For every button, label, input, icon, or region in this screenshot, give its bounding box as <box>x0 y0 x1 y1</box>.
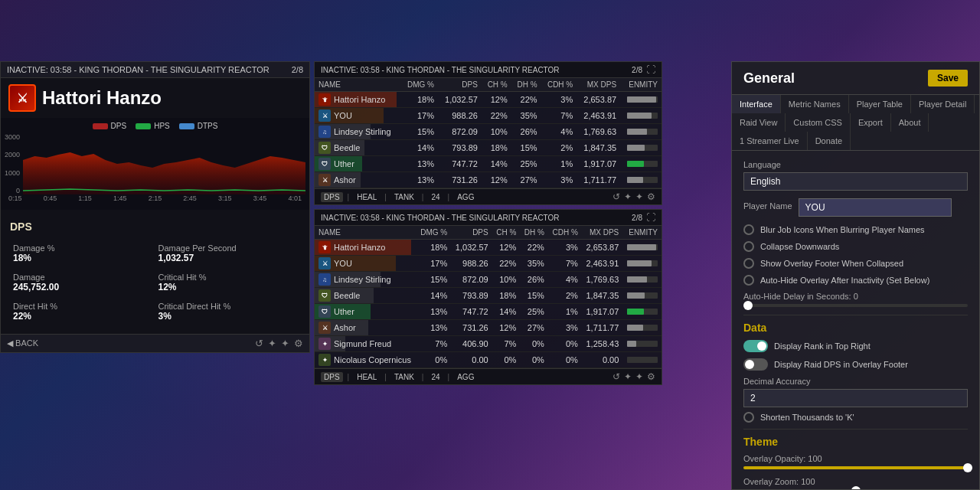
radio-collapse[interactable] <box>743 241 754 252</box>
table-row[interactable]: 🛡 Uther 13% 747.72 14% 25% 1% 1,917.07 <box>315 304 662 320</box>
autohide-slider-knob[interactable] <box>743 301 753 310</box>
row-dmg-pct: 13% <box>416 320 452 336</box>
nav-metric-names[interactable]: Metric Names <box>781 95 849 113</box>
row-dh: 35% <box>520 256 548 272</box>
left-panel: INACTIVE: 03:58 - KING THORDAN - THE SIN… <box>0 61 310 353</box>
bottom-overlay-expand[interactable]: ⛶ <box>646 212 655 223</box>
tab-dps-top[interactable]: DPS <box>321 192 343 202</box>
settings-icon-bot[interactable]: ⚙ <box>647 371 655 382</box>
row-dmg-pct: 13% <box>401 172 438 188</box>
checkbox-footer-label: Show Overlay Footer When Collapsed <box>760 259 903 268</box>
nav-player-detail[interactable]: Player Detail <box>911 95 975 113</box>
stat-damage: Damage 245,752.00 <box>10 268 155 297</box>
reset-icon[interactable]: ↺ <box>255 338 263 349</box>
tab-tank-bot[interactable]: TANK <box>391 372 417 382</box>
tab-24-top[interactable]: 24 <box>428 192 443 202</box>
language-select[interactable]: English <box>743 172 968 191</box>
row-enmity <box>620 108 662 124</box>
row-enmity <box>622 320 662 336</box>
table-row[interactable]: 🛡 Beedle 14% 793.89 18% 15% 2% 1,847.35 <box>315 288 662 304</box>
row-cdh: 7% <box>548 256 582 272</box>
player-name-label: Player Name <box>743 201 792 211</box>
row-enmity <box>622 256 662 272</box>
col-dps-bot: DPS <box>451 226 492 240</box>
table-row[interactable]: 🛡 Uther 13% 747.72 14% 25% 1% 1,917.07 <box>315 156 662 172</box>
row-job-icon: ⚔ <box>318 257 331 270</box>
top-overlay-expand[interactable]: ⛶ <box>646 64 655 75</box>
nav-player-table[interactable]: Player Table <box>849 95 911 113</box>
table-row[interactable]: ♫ Lindsey Stirling 15% 872.09 10% 26% 4%… <box>315 272 662 288</box>
settings-icon[interactable]: ⚙ <box>294 338 303 349</box>
table-row[interactable]: 🗡 Hattori Hanzo 18% 1,032.57 12% 22% 3% … <box>315 92 662 108</box>
table-row[interactable]: ⚔ Ashor 13% 731.26 12% 27% 3% 1,711.77 <box>315 172 662 188</box>
row-job-icon: ⚔ <box>318 174 331 186</box>
player-title-bar: ⚔ Hattori Hanzo <box>1 78 309 118</box>
settings-icon-top[interactable]: ⚙ <box>647 191 655 202</box>
reset-icon-top[interactable]: ↺ <box>612 191 620 202</box>
row-cdh: 0% <box>548 336 582 352</box>
autohide-slider-track[interactable] <box>743 304 968 307</box>
row-ch: 18% <box>482 140 511 156</box>
tab-tank-top[interactable]: TANK <box>391 192 417 202</box>
radio-footer[interactable] <box>743 258 754 269</box>
zoom-slider-row: Overlay Zoom: 100 <box>743 477 968 490</box>
toggle-rank[interactable] <box>743 340 768 352</box>
table-row[interactable]: ⚔ YOU 17% 988.26 22% 35% 7% 2,463.91 <box>315 108 662 124</box>
tab-24-bot[interactable]: 24 <box>428 372 443 382</box>
row-player-name: Lindsey Stirling <box>334 127 391 136</box>
table-row[interactable]: ⚔ Ashor 13% 731.26 12% 27% 3% 1,711.77 <box>315 320 662 336</box>
star-icon-2[interactable]: ✦ <box>281 338 289 349</box>
radio-blur-icons[interactable] <box>743 224 754 235</box>
tab-heal-top[interactable]: HEAL <box>354 192 380 202</box>
left-panel-title: INACTIVE: 03:58 - KING THORDAN - THE SIN… <box>7 65 270 74</box>
star-icon-1[interactable]: ✦ <box>268 338 276 349</box>
nav-about[interactable]: About <box>891 113 929 132</box>
nav-streamer[interactable]: 1 Streamer Live <box>732 132 808 150</box>
player-name-input[interactable] <box>799 198 952 217</box>
star-icon-top-2[interactable]: ✦ <box>635 191 643 202</box>
table-row[interactable]: ✦ Sigmund Freud 7% 406.90 7% 0% 0% 1,258… <box>315 336 662 352</box>
decimal-select[interactable]: 2 <box>743 389 968 407</box>
radio-shorten[interactable] <box>743 412 754 423</box>
row-mx-dps: 1,258.43 <box>582 336 623 352</box>
reset-icon-bot[interactable]: ↺ <box>612 371 620 382</box>
checkbox-blur-icons-label: Blur Job Icons When Blurring Player Name… <box>760 225 925 234</box>
tab-heal-bot[interactable]: HEAL <box>354 372 380 382</box>
row-ch: 10% <box>492 272 521 288</box>
tab-agg-top[interactable]: AGG <box>454 192 477 202</box>
table-row[interactable]: 🗡 Hattori Hanzo 18% 1,032.57 12% 22% 3% … <box>315 240 662 256</box>
stat-damage-pct-value: 18% <box>13 253 152 263</box>
zoom-slider-knob[interactable] <box>851 486 861 490</box>
row-enmity <box>620 124 662 140</box>
tab-dps-bot[interactable]: DPS <box>321 372 343 382</box>
radio-autohide[interactable] <box>743 275 754 286</box>
toggle-raid-dps[interactable] <box>743 358 768 371</box>
row-dmg-pct: 18% <box>401 92 438 108</box>
svg-marker-0 <box>23 152 305 194</box>
star-icon-bot-1[interactable]: ✦ <box>624 371 632 382</box>
table-row[interactable]: ⚔ YOU 17% 988.26 22% 35% 7% 2,463.91 <box>315 256 662 272</box>
star-icon-bot-2[interactable]: ✦ <box>635 371 643 382</box>
stat-cdh: Critical Direct Hit % 3% <box>155 297 301 326</box>
opacity-slider-knob[interactable] <box>963 463 972 472</box>
stat-dh: Direct Hit % 22% <box>10 297 155 326</box>
row-cdh: 1% <box>548 304 582 320</box>
nav-donate[interactable]: Donate <box>808 132 851 150</box>
back-button[interactable]: ◀ BACK <box>7 338 38 348</box>
table-row[interactable]: 🛡 Beedle 14% 793.89 18% 15% 2% 1,847.35 <box>315 140 662 156</box>
row-dh: 27% <box>511 172 541 188</box>
nav-custom-css[interactable]: Custom CSS <box>786 113 851 132</box>
table-row[interactable]: ♫ Lindsey Stirling 15% 872.09 10% 26% 4%… <box>315 124 662 140</box>
star-icon-top-1[interactable]: ✦ <box>624 191 632 202</box>
nav-interface[interactable]: Interface <box>732 95 781 113</box>
stat-damage-pct-label: Damage % <box>13 243 152 253</box>
top-overlay-title: INACTIVE: 03:58 - KING THORDAN - THE SIN… <box>321 66 560 74</box>
save-button[interactable]: Save <box>928 70 968 87</box>
tab-agg-bot[interactable]: AGG <box>454 372 477 382</box>
nav-export[interactable]: Export <box>851 113 891 132</box>
toggle-raid-dps-knob <box>745 360 754 369</box>
nav-raid-view[interactable]: Raid View <box>732 113 786 132</box>
table-row[interactable]: ✦ Nicolaus Copernicus 0% 0.00 0% 0% 0% 0… <box>315 352 662 368</box>
opacity-slider-track[interactable] <box>743 466 968 469</box>
settings-nav: Interface Metric Names Player Table Play… <box>732 95 979 151</box>
